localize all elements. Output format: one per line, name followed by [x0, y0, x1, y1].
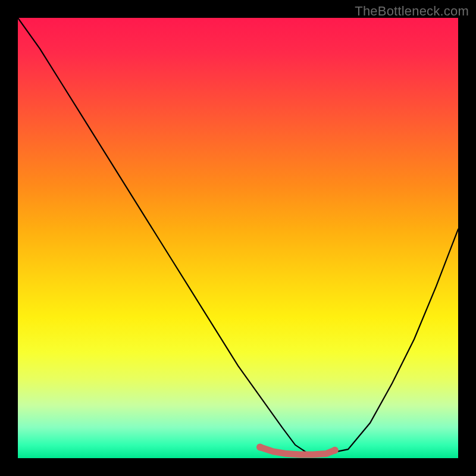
watermark-text: TheBottleneck.com: [355, 4, 469, 19]
bottleneck-curve: [18, 18, 458, 454]
highlight-endpoint-right: [331, 447, 339, 454]
curve-svg: [18, 18, 458, 458]
highlight-endpoint-left: [256, 444, 264, 451]
chart-frame: TheBottleneck.com: [0, 0, 476, 476]
minimum-highlight: [260, 447, 335, 455]
plot-area: [18, 18, 458, 458]
